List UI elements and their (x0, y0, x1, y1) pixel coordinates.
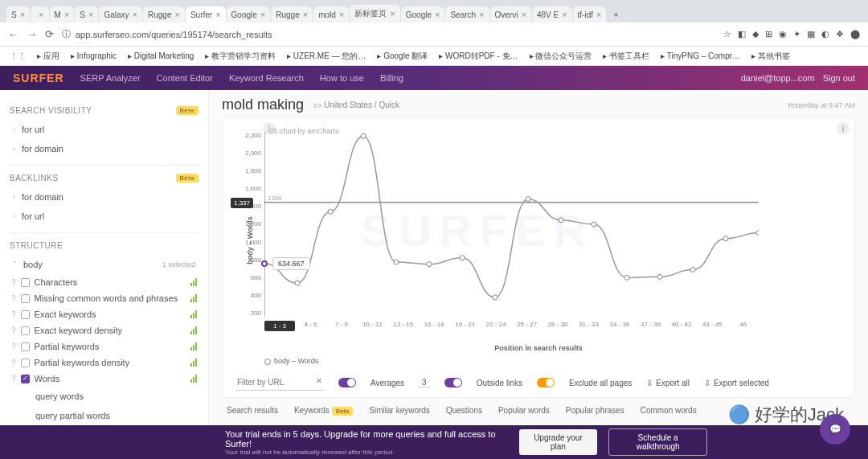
reload-button[interactable]: ⟳ (45, 28, 54, 40)
nav-billing[interactable]: Billing (380, 73, 403, 83)
structure-option[interactable]: ?Words (10, 371, 199, 387)
tab-questions[interactable]: Questions (446, 406, 482, 418)
browser-tab[interactable]: Overvi× (490, 6, 531, 23)
svg-point-16 (723, 236, 728, 241)
sidebar-item[interactable]: ›for domain (10, 187, 199, 207)
tab-similar-keywords[interactable]: Similar keywords (369, 406, 430, 418)
nav-how-to-use[interactable]: How to use (320, 73, 364, 83)
bookmark-item[interactable]: ▸ 其他书签 (751, 51, 790, 62)
y-value-badge: 1,337 (231, 198, 253, 208)
averages-value[interactable]: 3 (419, 378, 430, 387)
content-area: mold making ▭ United States / Quick Yest… (209, 90, 868, 459)
bookmark-item[interactable]: ▸ UZER.ME — 您的… (287, 51, 366, 62)
svg-point-13 (624, 275, 629, 280)
surfer-logo[interactable]: SURFER (13, 72, 64, 84)
svg-point-4 (328, 209, 333, 214)
svg-point-7 (427, 262, 432, 267)
schedule-button[interactable]: Schedule a walkthrough (608, 428, 707, 456)
signout-link[interactable]: Sign out (823, 73, 855, 83)
svg-point-15 (690, 267, 695, 272)
user-email[interactable]: daniel@topp...com (741, 73, 815, 83)
surfer-header: SURFER SERP AnalyzerContent EditorKeywor… (0, 66, 868, 90)
svg-point-6 (394, 260, 399, 264)
tooltip: 634.667 (272, 257, 310, 270)
address-bar: ← → ⟳ ⓘ app.surferseo.com/queries/195174… (0, 23, 868, 47)
tab-popular-phrases[interactable]: Popular phrases (566, 406, 624, 418)
chart[interactable]: body – Words 2,2002,0001,8001,6001,4001,… (264, 132, 829, 341)
exclude-toggle[interactable] (537, 378, 555, 387)
browser-tab[interactable]: tf-idf× (573, 6, 607, 23)
outside-links-toggle[interactable] (444, 378, 462, 387)
browser-tab[interactable]: S× (6, 6, 30, 23)
result-tabs: Search resultsKeywordsBetaSimilar keywor… (222, 398, 855, 418)
export-selected-button[interactable]: ⇩ Export selected (704, 379, 769, 387)
bookmark-item[interactable]: ▸ 书签工具栏 (603, 51, 649, 62)
new-tab-button[interactable]: + (607, 7, 624, 23)
structure-option[interactable]: ?Partial keywords density (10, 354, 199, 371)
bookmark-item[interactable]: ▸ Infographic (71, 51, 117, 60)
sidebar-item[interactable]: ›for domain (10, 139, 199, 158)
trial-sub: Your trial will not be automatically ren… (225, 449, 508, 456)
browser-tab[interactable]: Google× (401, 6, 445, 23)
trial-banner: Your trial ends in 5 days. Upgrade for m… (0, 425, 868, 459)
browser-tab[interactable]: Rugge× (271, 6, 313, 23)
averages-toggle[interactable] (338, 378, 356, 387)
bookmark-item[interactable]: ▸ Google 翻译 (377, 51, 428, 62)
sidebar-item[interactable]: ›for url (10, 120, 199, 139)
tab-keywords[interactable]: KeywordsBeta (294, 406, 353, 418)
upgrade-button[interactable]: Upgrade your plan (519, 429, 598, 455)
bookmark-item[interactable]: ▸ 微信公众号运营 (530, 51, 592, 62)
x-axis: 1 - 34 - 67 - 910 - 1213 - 1516 - 1819 -… (264, 321, 759, 331)
browser-tab[interactable]: mold× (313, 6, 349, 23)
structure-option[interactable]: ?Characters (10, 274, 199, 290)
url-text[interactable]: app.surferseo.com/queries/195174/search_… (76, 30, 272, 39)
addr-extensions: ☆◧◆⊞◉✦▦◐❖⬤ (723, 29, 860, 39)
browser-tab[interactable]: Search× (445, 6, 489, 23)
trial-message: Your trial ends in 5 days. Upgrade for m… (225, 429, 508, 449)
structure-sub[interactable]: query words (32, 387, 199, 406)
forward-button[interactable]: → (27, 28, 37, 40)
bookmark-item[interactable]: ▸ 教字营销学习资料 (205, 51, 276, 62)
browser-tab[interactable]: Rugge× (143, 6, 185, 23)
browser-tab[interactable]: M× (50, 6, 75, 23)
browser-tab[interactable]: S× (75, 6, 98, 23)
outside-links-label: Outside links (477, 379, 522, 387)
structure-option[interactable]: ?Partial keywords (10, 338, 199, 354)
tab-common-words[interactable]: Common words (641, 406, 697, 418)
browser-tab[interactable]: 48V E× (532, 6, 572, 23)
bookmark-item[interactable]: ▸ 应用 (37, 51, 59, 62)
bookmark-item[interactable]: ▸ TinyPNG – Compr… (661, 51, 740, 60)
structure-option[interactable]: ?Missing common words and phrases (10, 290, 199, 306)
nav-content-editor[interactable]: Content Editor (157, 73, 213, 83)
tab-search-results[interactable]: Search results (227, 406, 278, 418)
location-badge[interactable]: ▭ United States / Quick (313, 100, 399, 109)
page-title: mold making (222, 96, 304, 113)
browser-tab[interactable]: × (31, 6, 48, 23)
nav-keyword-research[interactable]: Keyword Research (229, 73, 304, 83)
bookmark-item[interactable]: ▸ WORD转PDF - 免… (439, 51, 518, 62)
tab-popular-words[interactable]: Popular words (498, 406, 550, 418)
info-icon[interactable]: i (837, 122, 850, 135)
nav-serp-analyzer[interactable]: SERP Analyzer (80, 73, 141, 83)
beta-badge: Beta (176, 174, 199, 182)
chat-icon[interactable]: 💬 (820, 414, 850, 445)
browser-tab[interactable]: 新标签页× (350, 5, 399, 23)
svg-point-8 (460, 256, 465, 260)
browser-tab[interactable]: Galaxy× (99, 6, 142, 23)
structure-option[interactable]: ?Exact keywords (10, 306, 199, 322)
sidebar-item[interactable]: ›for url (10, 207, 199, 226)
export-all-button[interactable]: ⇩ Export all (646, 379, 690, 387)
section-backlinks: BACKLINKS (10, 174, 59, 182)
bookmark-item[interactable]: ▸ Digital Marketing (128, 51, 194, 60)
browser-tab[interactable]: Surfer× (186, 6, 226, 23)
x-axis-title: Position in search results (232, 344, 845, 352)
site-info-icon[interactable]: ⓘ (62, 28, 71, 40)
browser-tab[interactable]: Google× (227, 6, 271, 23)
structure-option[interactable]: ?Exact keyword density (10, 322, 199, 338)
averages-label: Averages (371, 379, 404, 387)
structure-body[interactable]: ˅body1 selected (10, 255, 199, 274)
filter-url-input[interactable] (235, 375, 324, 391)
clear-icon[interactable]: ✕ (316, 376, 322, 385)
back-button[interactable]: ← (8, 28, 18, 40)
structure-sub[interactable]: query partial words (32, 406, 199, 425)
